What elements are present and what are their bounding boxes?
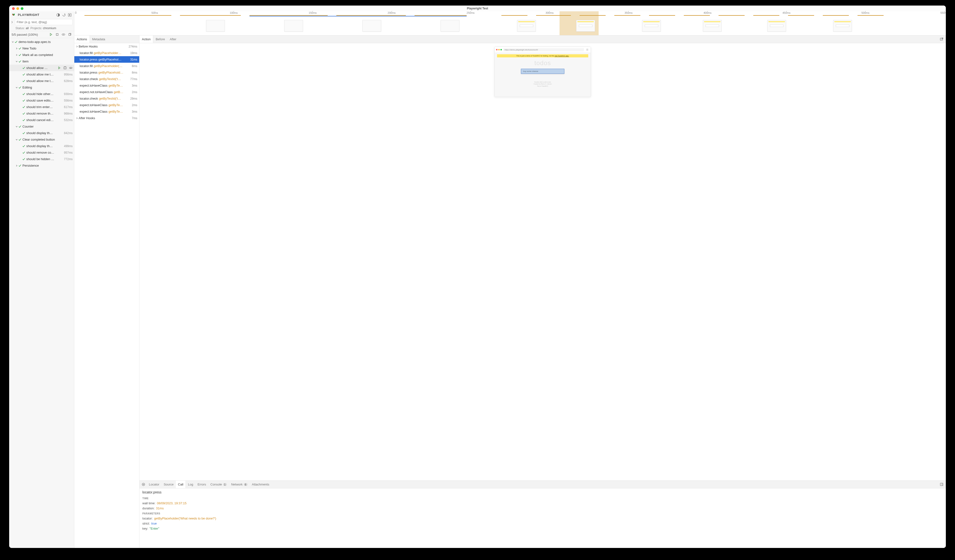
detail-tab-errors[interactable]: Errors — [196, 481, 208, 488]
snapshot-viewport[interactable]: https://demo.playwright.dev/todomvc/#/ T… — [139, 43, 946, 480]
chevron-right-icon[interactable] — [10, 20, 14, 24]
detail-tab-source[interactable]: Source — [161, 481, 176, 488]
main: 050ms100ms150ms200ms250ms300ms350ms400ms… — [74, 11, 946, 548]
timeline-thumbnail[interactable] — [362, 20, 381, 31]
timeline-thumbnail[interactable] — [441, 20, 459, 31]
theme-toggle-icon[interactable] — [56, 13, 60, 17]
timeline-tick: 500ms — [861, 11, 869, 14]
tree-group[interactable]: Persistence — [9, 162, 74, 169]
action-row[interactable]: locator.fillgetByPlaceholder…19ms — [74, 50, 139, 56]
timeline-tick: 150ms — [308, 11, 316, 14]
action-row[interactable]: expect.not.toHaveClassgetB…2ms — [74, 89, 139, 95]
timeline-tick: 50ms — [152, 11, 158, 14]
tree-test[interactable]: should allow me t…956ms — [9, 71, 74, 78]
action-row[interactable]: expect.toHaveClassgetByTe…3ms — [74, 108, 139, 115]
timeline-thumbnail[interactable] — [833, 20, 852, 31]
close-window-button[interactable] — [12, 7, 15, 10]
zoom-window-button[interactable] — [21, 7, 23, 10]
detail-tab-console[interactable]: Console1 — [208, 481, 229, 488]
tree-test[interactable]: should save edits…556ms — [9, 97, 74, 104]
minimize-window-button[interactable] — [16, 7, 19, 10]
demo-banner: This is just a demo of TodoMVC for testi… — [497, 54, 588, 57]
tree-group[interactable]: Clear completed button — [9, 136, 74, 143]
svg-rect-9 — [940, 38, 942, 40]
tree-test[interactable]: should allow … — [9, 65, 74, 71]
tab-after-snapshot[interactable]: After — [167, 36, 178, 43]
tree-test[interactable]: should display th…842ms — [9, 130, 74, 136]
browser-frame: https://demo.playwright.dev/todomvc/#/ T… — [495, 47, 591, 97]
action-row[interactable]: expect.toHaveClassgetByTe…2ms — [74, 102, 139, 108]
svg-rect-5 — [69, 33, 70, 36]
playwright-logo-icon — [12, 13, 16, 17]
action-row[interactable]: locator.pressgetByPlacehold…8ms — [74, 69, 139, 76]
browser-url: https://demo.playwright.dev/todomvc/#/ — [503, 48, 584, 52]
action-row[interactable]: locator.pressgetByPlacehol…31ms — [74, 56, 139, 63]
tree-test[interactable]: should hide other…930ms — [9, 91, 74, 97]
timeline-thumbnail[interactable] — [284, 20, 303, 31]
run-icon[interactable] — [57, 66, 61, 70]
timeline-thumbnail[interactable] — [767, 20, 786, 31]
tree-test[interactable]: should remove th…968ms — [9, 110, 74, 117]
timeline-thumbnail[interactable] — [206, 20, 225, 31]
pick-locator-icon[interactable] — [141, 483, 145, 486]
watch-icon[interactable] — [61, 33, 66, 36]
status-row: Status: all Projects: chromium — [9, 25, 74, 31]
action-row[interactable]: locator.checkgetByTestId('t…77ms — [74, 76, 139, 82]
tree-group[interactable]: New Todo — [9, 45, 74, 52]
action-row[interactable]: Before Hooks274ms — [74, 43, 139, 50]
tree-test[interactable]: should trim enter…617ms — [9, 104, 74, 110]
detail-panel: LocatorSourceCallLogErrorsConsole1Networ… — [139, 480, 946, 548]
tree-test[interactable]: should allow me t…628ms — [9, 78, 74, 84]
tab-before-snapshot[interactable]: Before — [153, 36, 167, 43]
filter-input[interactable] — [15, 19, 73, 25]
timeline[interactable]: 050ms100ms150ms200ms250ms300ms350ms400ms… — [74, 11, 946, 36]
tree-group[interactable]: Item — [9, 58, 74, 65]
detail-tab-attachments[interactable]: Attachments — [250, 481, 271, 488]
action-row[interactable]: After Hooks7ms — [74, 115, 139, 121]
timeline-thumbnail[interactable] — [703, 20, 722, 31]
sidebar: PLAYWRIGHT Status: all Projects: chromiu… — [9, 11, 74, 548]
trace-icon[interactable] — [63, 66, 67, 70]
detail-tab-log[interactable]: Log — [186, 481, 196, 488]
hamburger-icon — [586, 48, 589, 52]
tab-action-snapshot[interactable]: Action — [139, 36, 153, 43]
action-row[interactable]: locator.checkgetByTestId('t…29ms — [74, 95, 139, 102]
copy-icon[interactable] — [68, 33, 72, 36]
detail-tab-locator[interactable]: Locator — [147, 481, 161, 488]
actions-tabs: Actions Metadata — [74, 36, 139, 43]
tab-metadata[interactable]: Metadata — [90, 36, 108, 43]
timeline-thumbnail[interactable] — [642, 20, 661, 31]
open-external-icon[interactable] — [939, 38, 943, 41]
tree-group[interactable]: demo-todo-app.spec.ts — [9, 39, 74, 45]
stop-icon[interactable] — [55, 33, 59, 36]
tree-group[interactable]: Counter — [9, 123, 74, 130]
call-detail-body: locator.press TIME wall time:08/09/2023,… — [139, 488, 946, 548]
timeline-thumbnail[interactable] — [517, 20, 536, 31]
actions-panel: Actions Metadata Before Hooks274mslocato… — [74, 36, 139, 548]
svg-point-4 — [63, 34, 64, 35]
timeline-thumbnail[interactable] — [576, 20, 595, 31]
action-row[interactable]: locator.fillgetByPlaceholder(…8ms — [74, 63, 139, 69]
detail-tab-network[interactable]: Network6 — [229, 481, 250, 488]
tree-group[interactable]: Editing — [9, 84, 74, 91]
action-row[interactable]: expect.toHaveClassgetByTe…3ms — [74, 82, 139, 89]
watch-icon[interactable] — [69, 66, 73, 70]
svg-point-10 — [142, 483, 145, 486]
tree-test[interactable]: should display th…499ms — [9, 143, 74, 149]
tree-group[interactable]: Mark all as completed — [9, 52, 74, 58]
tree-test[interactable]: should cancel edi…532ms — [9, 117, 74, 123]
preview-panel: Action Before After https://demo.playwri… — [139, 36, 946, 548]
collapse-sidebar-icon[interactable] — [68, 13, 72, 17]
summary-row: 5/5 passed (100%) — [9, 31, 74, 38]
run-all-icon[interactable] — [49, 33, 53, 36]
tree-test[interactable]: should remove co…957ms — [9, 149, 74, 156]
timeline-tick: 100ms — [230, 11, 238, 14]
titlebar: Playwright Test — [9, 6, 946, 11]
tab-actions[interactable]: Actions — [74, 36, 90, 43]
brand-title: PLAYWRIGHT — [18, 13, 54, 17]
panel-layout-icon[interactable] — [939, 483, 943, 486]
tree-test[interactable]: should be hidden …772ms — [9, 156, 74, 162]
reload-icon[interactable] — [62, 13, 66, 17]
detail-tab-call[interactable]: Call — [176, 481, 186, 488]
svg-point-11 — [143, 484, 144, 485]
